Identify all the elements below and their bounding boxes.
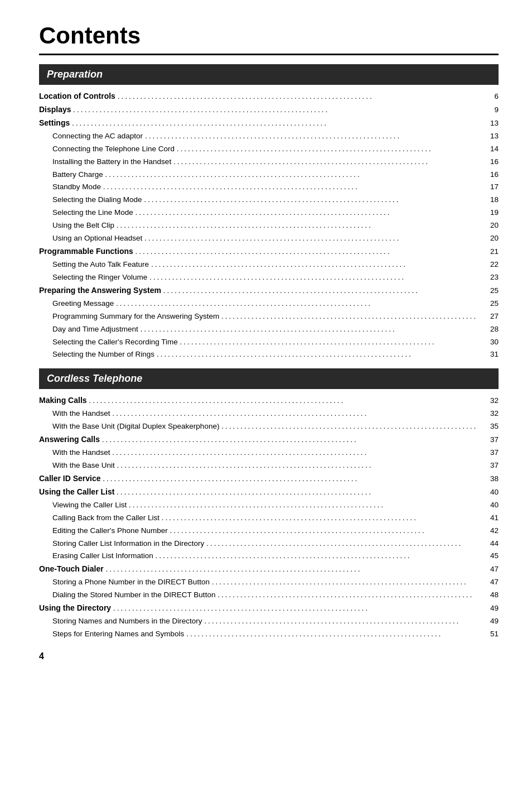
toc-label: Caller ID Service [39, 473, 101, 485]
toc-page: 13 [490, 118, 499, 129]
section-header-1: Cordless Telephone [39, 368, 499, 389]
toc-page: 51 [490, 628, 499, 640]
toc-entry: Selecting the Caller's Recording Time . … [39, 337, 499, 348]
toc-entry: Using the Belt Clip . . . . . . . . . . … [39, 220, 499, 232]
toc-dots: . . . . . . . . . . . . . . . . . . . . … [177, 143, 488, 155]
toc-page: 20 [490, 220, 499, 232]
toc-label: Installing the Battery in the Handset [52, 156, 171, 168]
toc-dots: . . . . . . . . . . . . . . . . . . . . … [103, 181, 488, 193]
toc-entry: Installing the Battery in the Handset . … [39, 156, 499, 168]
toc-dots: . . . . . . . . . . . . . . . . . . . . … [221, 421, 488, 433]
toc-label: Dialing the Stored Number in the DIRECT … [52, 589, 215, 601]
toc-dots: . . . . . . . . . . . . . . . . . . . . … [105, 169, 488, 181]
toc-dots: . . . . . . . . . . . . . . . . . . . . … [113, 408, 488, 420]
toc-entry: Programmable Functions . . . . . . . . .… [39, 246, 499, 258]
toc-entry: Selecting the Dialing Mode . . . . . . .… [39, 194, 499, 206]
toc-page: 17 [490, 181, 499, 193]
toc-page: 42 [490, 525, 499, 537]
toc-page: 19 [490, 207, 499, 219]
section-0: PreparationLocation of Controls . . . . … [39, 64, 499, 361]
toc-entry: Displays . . . . . . . . . . . . . . . .… [39, 104, 499, 116]
toc-entry: Caller ID Service . . . . . . . . . . . … [39, 473, 499, 485]
toc-dots: . . . . . . . . . . . . . . . . . . . . … [145, 131, 488, 142]
toc-dots: . . . . . . . . . . . . . . . . . . . . … [117, 220, 488, 232]
toc-dots: . . . . . . . . . . . . . . . . . . . . … [116, 298, 488, 310]
toc-page: 47 [490, 564, 499, 575]
toc-entry: Storing Caller List Information in the D… [39, 538, 499, 550]
toc-entry: Preparing the Answering System . . . . .… [39, 285, 499, 297]
toc-entry: Storing Names and Numbers in the Directo… [39, 616, 499, 627]
toc-label: Preparing the Answering System [39, 285, 161, 297]
toc-entry: Settings . . . . . . . . . . . . . . . .… [39, 117, 499, 129]
toc-dots: . . . . . . . . . . . . . . . . . . . . … [205, 616, 488, 627]
toc-dots: . . . . . . . . . . . . . . . . . . . . … [149, 272, 488, 284]
toc-label: Greeting Message [52, 298, 114, 310]
toc-page: 16 [490, 169, 499, 181]
toc-label: Using the Caller List [39, 486, 114, 498]
toc-label: Editing the Caller's Phone Number [52, 525, 168, 537]
toc-dots: . . . . . . . . . . . . . . . . . . . . … [157, 349, 488, 361]
toc-entry: Using the Directory . . . . . . . . . . … [39, 602, 499, 615]
toc-page: 31 [490, 349, 499, 361]
toc-dots: . . . . . . . . . . . . . . . . . . . . … [212, 577, 488, 588]
toc-dots: . . . . . . . . . . . . . . . . . . . . … [117, 460, 488, 472]
toc-page: 40 [490, 500, 499, 511]
toc-label: Using the Directory [39, 602, 111, 615]
toc-page: 32 [490, 395, 499, 407]
toc-label: Making Calls [39, 395, 87, 407]
toc-dots: . . . . . . . . . . . . . . . . . . . . … [89, 395, 488, 407]
toc-entry: Answering Calls . . . . . . . . . . . . … [39, 434, 499, 446]
toc-page: 6 [494, 91, 499, 103]
toc-page: 47 [490, 577, 499, 588]
toc-entry: Selecting the Number of Rings . . . . . … [39, 349, 499, 361]
toc-label: Settings [39, 117, 70, 129]
toc-page: 49 [490, 616, 499, 627]
toc-entry: Using the Caller List . . . . . . . . . … [39, 486, 499, 498]
toc-page: 41 [490, 512, 499, 524]
toc-page: 27 [490, 311, 499, 323]
toc-label: With the Handset [52, 408, 110, 420]
toc-entry: Dialing the Stored Number in the DIRECT … [39, 589, 499, 601]
toc-label: Day and Time Adjustment [52, 324, 138, 335]
toc-label: Viewing the Caller List [52, 500, 127, 511]
toc-page: 32 [490, 408, 499, 420]
toc-label: Displays [39, 104, 71, 116]
toc-dots: . . . . . . . . . . . . . . . . . . . . … [156, 550, 488, 562]
toc-dots: . . . . . . . . . . . . . . . . . . . . … [113, 603, 488, 615]
toc-label: Answering Calls [39, 434, 100, 446]
toc-label: One-Touch Dialer [39, 563, 104, 575]
toc-label: With the Base Unit [52, 460, 115, 472]
toc-entry: With the Base Unit . . . . . . . . . . .… [39, 460, 499, 472]
toc-page: 18 [490, 194, 499, 206]
toc-label: Selecting the Ringer Volume [52, 272, 147, 284]
section-header-0: Preparation [39, 64, 499, 85]
toc-page: 48 [490, 589, 499, 601]
toc-label: Storing a Phone Number in the DIRECT But… [52, 577, 210, 588]
toc-label: Storing Names and Numbers in the Directo… [52, 616, 202, 627]
toc-page: 21 [490, 246, 499, 258]
toc-label: Standby Mode [52, 181, 101, 193]
toc-label: Location of Controls [39, 90, 115, 103]
toc-entry: Connecting the Telephone Line Cord . . .… [39, 143, 499, 155]
toc-dots: . . . . . . . . . . . . . . . . . . . . … [136, 246, 488, 258]
toc-dots: . . . . . . . . . . . . . . . . . . . . … [74, 104, 492, 116]
toc-dots: . . . . . . . . . . . . . . . . . . . . … [206, 538, 488, 550]
toc-page: 37 [490, 434, 499, 446]
toc-page: 23 [490, 272, 499, 284]
toc-dots: . . . . . . . . . . . . . . . . . . . . … [113, 447, 488, 459]
toc-entry: Location of Controls . . . . . . . . . .… [39, 90, 499, 103]
toc-page: 13 [490, 131, 499, 142]
toc-page: 20 [490, 233, 499, 244]
toc-entry: Setting the Auto Talk Feature . . . . . … [39, 259, 499, 271]
toc-page: 37 [490, 447, 499, 459]
toc-entry: Connecting the AC adaptor . . . . . . . … [39, 131, 499, 142]
toc-dots: . . . . . . . . . . . . . . . . . . . . … [136, 207, 488, 219]
toc-page: 25 [490, 298, 499, 310]
toc-label: Using an Optional Headset [52, 233, 142, 244]
toc-entry: One-Touch Dialer . . . . . . . . . . . .… [39, 563, 499, 575]
toc-dots: . . . . . . . . . . . . . . . . . . . . … [186, 628, 488, 640]
toc-dots: . . . . . . . . . . . . . . . . . . . . … [144, 194, 488, 206]
toc-label: With the Base Unit (Digital Duplex Speak… [52, 421, 219, 433]
toc-dots: . . . . . . . . . . . . . . . . . . . . … [72, 118, 488, 129]
title-divider [39, 54, 499, 55]
